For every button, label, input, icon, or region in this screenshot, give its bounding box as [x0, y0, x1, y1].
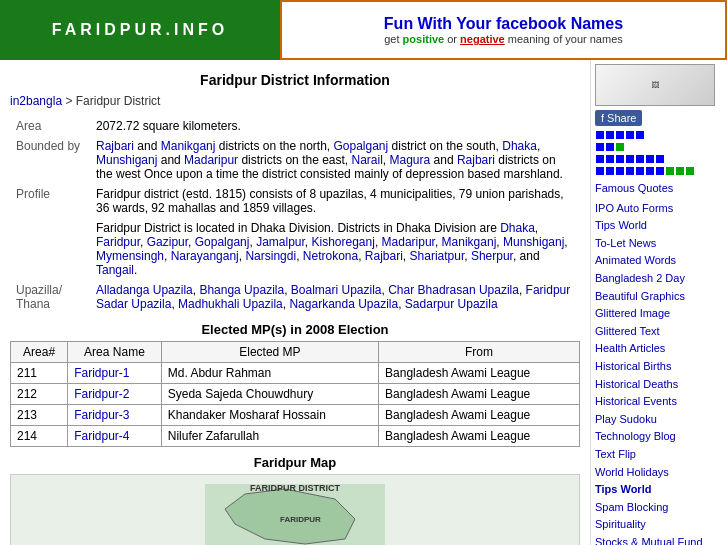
cell-mp: Syeda Sajeda Chouwdhury [161, 384, 378, 405]
px-2 [606, 131, 614, 139]
px-20 [636, 167, 644, 175]
px-13 [636, 155, 644, 163]
sidebar-link-item[interactable]: Bangladesh 2 Day [595, 270, 723, 288]
logo-area: FARIDPUR.INFO [0, 0, 280, 60]
sidebar-link-item[interactable]: Historical Deaths [595, 376, 723, 394]
link-gazipur[interactable]: Gazipur [147, 235, 188, 249]
link-rajbari2[interactable]: Rajbari [457, 153, 495, 167]
link-alladanga[interactable]: Alladanga Upazila [96, 283, 193, 297]
link-dhaka[interactable]: Dhaka [502, 139, 537, 153]
bounded-value: Rajbari and Manikganj districts on the n… [90, 136, 580, 184]
sidebar-link-item[interactable]: Glittered Text [595, 323, 723, 341]
px-24 [676, 167, 684, 175]
sidebar-link-item[interactable]: World Holidays [595, 464, 723, 482]
cell-party: Bangladesh Awami League [379, 405, 580, 426]
banner-subtitle: get positive or negative meaning of your… [384, 33, 623, 45]
link-dhaka2[interactable]: Dhaka [500, 221, 535, 235]
link-munshiganj2[interactable]: Munshiganj [503, 235, 564, 249]
sidebar-link-item[interactable]: Glittered Image [595, 305, 723, 323]
sidebar-link-item[interactable]: Text Flip [595, 446, 723, 464]
link-narail[interactable]: Narail [352, 153, 383, 167]
banner-title: Fun With Your facebook Names [384, 15, 623, 33]
link-tangail[interactable]: Tangail [96, 263, 134, 277]
svg-text:FARIDPUR: FARIDPUR [280, 515, 321, 524]
col-mp: Elected MP [161, 342, 378, 363]
px-19 [626, 167, 634, 175]
cell-areaname[interactable]: Faridpur-4 [68, 426, 162, 447]
link-netrokona[interactable]: Netrokona [303, 249, 358, 263]
cell-mp: Nilufer Zafarullah [161, 426, 378, 447]
px-4 [626, 131, 634, 139]
link-jamalpur[interactable]: Jamalpur [256, 235, 305, 249]
link-rajbari[interactable]: Rajbari [96, 139, 134, 153]
banner-negative: negative [460, 33, 505, 45]
link-shariatpur[interactable]: Shariatpur [410, 249, 465, 263]
sidebar-link-item[interactable]: Historical Births [595, 358, 723, 376]
link-gopalganj2[interactable]: Gopalganj [195, 235, 250, 249]
bounded-label: Bounded by [10, 136, 90, 184]
link-munshiganj[interactable]: Munshiganj [96, 153, 157, 167]
area-link[interactable]: Faridpur-3 [74, 408, 129, 422]
banner-post: meaning of your names [508, 33, 623, 45]
cell-areaname[interactable]: Faridpur-2 [68, 384, 162, 405]
sidebar-link-item[interactable]: Health Articles [595, 340, 723, 358]
map-placeholder: FARIDPUR DISTRICT FARIDPUR [10, 474, 580, 545]
px-17 [606, 167, 614, 175]
famous-quotes-link[interactable]: Famous Quotes [595, 180, 723, 198]
sidebar-link-item[interactable]: Spam Blocking [595, 499, 723, 517]
link-manikganj[interactable]: Manikganj [161, 139, 216, 153]
px-10 [606, 155, 614, 163]
sidebar-link-item[interactable]: Play Sudoku [595, 411, 723, 429]
link-bhanga[interactable]: Bhanga Upazila [199, 283, 284, 297]
link-manikganj2[interactable]: Manikganj [442, 235, 497, 249]
sidebar-link-item[interactable]: Spirituality [595, 516, 723, 534]
banner-positive: positive [403, 33, 445, 45]
sidebar-link-item[interactable]: To-Let News [595, 235, 723, 253]
area-link[interactable]: Faridpur-2 [74, 387, 129, 401]
sidebar-link-item[interactable]: Stocks & Mutual Fund [595, 534, 723, 545]
link-madaripur[interactable]: Madaripur [184, 153, 238, 167]
sidebar-link-item[interactable]: Animated Words [595, 252, 723, 270]
breadcrumb-link[interactable]: in2bangla [10, 94, 62, 108]
breadcrumb-rest: > Faridpur District [65, 94, 160, 108]
page-title: Faridpur District Information [10, 72, 580, 88]
link-faridpur[interactable]: Faridpur [96, 235, 140, 249]
link-char[interactable]: Char Bhadrasan Upazila [388, 283, 519, 297]
link-rajbari3[interactable]: Rajbari [365, 249, 403, 263]
sidebar-link-item[interactable]: Beautiful Graphics [595, 288, 723, 306]
sidebar-link-item[interactable]: Historical Events [595, 393, 723, 411]
link-gopalganj[interactable]: Gopalganj [333, 139, 388, 153]
pixel-decoration-2 [595, 142, 715, 152]
link-magura[interactable]: Magura [390, 153, 431, 167]
upazilla-label: Upazilla/ Thana [10, 280, 90, 314]
sidebar-link-item[interactable]: Tips World [595, 481, 723, 499]
link-boalmari[interactable]: Boalmari Upazila [291, 283, 382, 297]
link-sherpur[interactable]: Sherpur [471, 249, 513, 263]
sidebar-link-item[interactable]: Tips World [595, 217, 723, 235]
col-areaname: Area Name [68, 342, 162, 363]
link-nagarkanda[interactable]: Nagarkanda Upazila [289, 297, 398, 311]
banner-area[interactable]: Fun With Your facebook Names get positiv… [280, 0, 727, 60]
area-link[interactable]: Faridpur-1 [74, 366, 129, 380]
area-link[interactable]: Faridpur-4 [74, 429, 129, 443]
link-madaripur2[interactable]: Madaripur [382, 235, 435, 249]
link-narsingdi[interactable]: Narsingdi [245, 249, 296, 263]
table-row: 212 Faridpur-2 Syeda Sajeda Chouwdhury B… [11, 384, 580, 405]
px-22 [656, 167, 664, 175]
sidebar-top-image: 🖼 [595, 64, 715, 106]
link-mymensingh[interactable]: Mymensingh [96, 249, 164, 263]
px-6 [596, 143, 604, 151]
profile-value: Faridpur district (estd. 1815) consists … [90, 184, 580, 280]
sidebar-link-item[interactable]: Technology Blog [595, 428, 723, 446]
link-kishoreganj[interactable]: Kishoreganj [312, 235, 375, 249]
link-madhukhali[interactable]: Madhukhali Upazila [178, 297, 283, 311]
link-narayanganj[interactable]: Narayanganj [171, 249, 239, 263]
election-table: Area# Area Name Elected MP From 211 Fari… [10, 341, 580, 447]
sidebar-link-item[interactable]: IPO Auto Forms [595, 200, 723, 218]
px-7 [606, 143, 614, 151]
cell-areaname[interactable]: Faridpur-1 [68, 363, 162, 384]
cell-areaname[interactable]: Faridpur-3 [68, 405, 162, 426]
link-sadarpur[interactable]: Sadarpur Upazila [405, 297, 498, 311]
fb-share-button[interactable]: f Share [595, 110, 642, 126]
area-row: Area 2072.72 square kilometers. [10, 116, 580, 136]
